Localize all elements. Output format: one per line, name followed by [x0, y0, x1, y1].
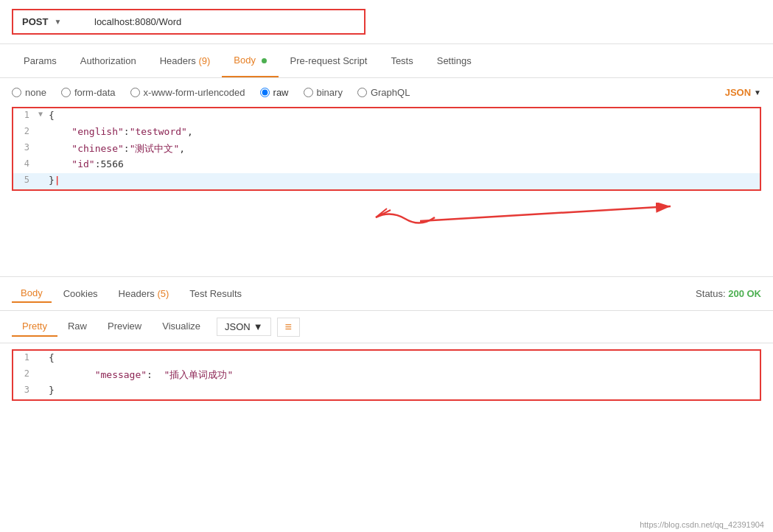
option-none[interactable]: none: [12, 87, 46, 98]
json-dropdown[interactable]: JSON ▼: [725, 87, 761, 98]
resp-tab-body[interactable]: Body: [12, 284, 52, 303]
code-editor[interactable]: 1 ▼ { 2 "english":"testword", 3 "chinese…: [12, 107, 761, 191]
annotations-area: [0, 203, 773, 276]
resp-code-area[interactable]: 1 { 2 "message": "插入单词成功" 3 }: [12, 349, 761, 401]
response-header: Body Cookies Headers (5) Test Results St…: [0, 277, 773, 311]
url-bar: POST ▼: [0, 0, 773, 44]
diagonal-arrow: [420, 206, 671, 221]
resp-format-visualize[interactable]: Visualize: [152, 317, 211, 337]
resp-json-label: JSON: [225, 321, 251, 332]
status-code: 200 OK: [728, 288, 761, 299]
resp-json-chevron: ▼: [253, 321, 263, 332]
code-line-4: 4 "id":5566: [13, 157, 760, 173]
code-line-2: 2 "english":"testword",: [13, 125, 760, 141]
body-active-dot: [262, 58, 267, 63]
option-form-data[interactable]: form-data: [61, 87, 116, 98]
code-line-3: 3 "chinese":"测试中文",: [13, 141, 760, 157]
json-label: JSON: [725, 87, 751, 98]
tab-tests[interactable]: Tests: [379, 45, 424, 77]
method-label: POST: [22, 16, 48, 27]
option-urlencoded[interactable]: x-www-form-urlencoded: [130, 87, 245, 98]
tab-headers[interactable]: Headers (9): [148, 45, 223, 77]
code-line-5: 5 }|: [13, 173, 760, 189]
code-line-1: 1 ▼ {: [13, 108, 760, 125]
tab-authorization[interactable]: Authorization: [69, 45, 148, 77]
status-area: Status: 200 OK: [696, 288, 761, 299]
resp-format-tabs: Pretty Raw Preview Visualize: [12, 317, 211, 337]
annotation-svg: [0, 203, 773, 276]
method-chevron: ▼: [54, 18, 61, 26]
option-raw[interactable]: raw: [260, 87, 289, 98]
headers-count: (9): [198, 55, 210, 66]
tab-body[interactable]: Body: [222, 44, 278, 77]
response-section: Body Cookies Headers (5) Test Results St…: [0, 276, 773, 517]
resp-tab-test-results[interactable]: Test Results: [181, 285, 251, 302]
resp-format-raw[interactable]: Raw: [57, 317, 97, 337]
footer: https://blog.csdn.net/qq_42391904: [0, 517, 773, 532]
tab-params[interactable]: Params: [12, 45, 69, 77]
body-options: none form-data x-www-form-urlencoded raw…: [0, 78, 773, 107]
request-tabs: Params Authorization Headers (9) Body Pr…: [0, 44, 773, 78]
status-label: Status:: [696, 288, 725, 299]
resp-json-select[interactable]: JSON ▼: [217, 318, 271, 336]
resp-headers-count: (5): [157, 288, 169, 299]
wrap-button[interactable]: ≡: [277, 318, 300, 337]
footer-text: https://blog.csdn.net/qq_42391904: [640, 520, 764, 529]
tab-settings[interactable]: Settings: [425, 45, 483, 77]
resp-body-toolbar: Pretty Raw Preview Visualize JSON ▼ ≡: [0, 311, 773, 343]
resp-format-pretty[interactable]: Pretty: [12, 317, 57, 337]
response-tabs: Body Cookies Headers (5) Test Results: [12, 284, 251, 303]
tab-pre-request-script[interactable]: Pre-request Script: [279, 45, 379, 77]
resp-tab-cookies[interactable]: Cookies: [55, 285, 107, 302]
resp-tab-headers[interactable]: Headers (5): [110, 285, 178, 302]
resp-code-line-3: 3 }: [13, 383, 760, 399]
url-input[interactable]: [85, 9, 365, 35]
json-chevron: ▼: [754, 88, 761, 97]
option-graphql[interactable]: GraphQL: [357, 87, 410, 98]
method-selector[interactable]: POST ▼: [12, 9, 85, 35]
resp-code-line-2: 2 "message": "插入单词成功": [13, 367, 760, 383]
app-container: POST ▼ Params Authorization Headers (9) …: [0, 0, 773, 532]
resp-format-preview[interactable]: Preview: [97, 317, 152, 337]
resp-code-line-1: 1 {: [13, 351, 760, 367]
option-binary[interactable]: binary: [304, 87, 343, 98]
